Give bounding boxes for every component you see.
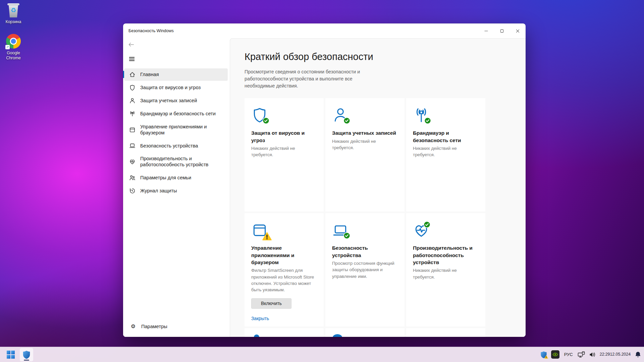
health-icon bbox=[129, 159, 136, 165]
start-button[interactable] bbox=[4, 348, 17, 361]
close-icon bbox=[516, 29, 520, 33]
back-button[interactable] bbox=[128, 42, 134, 48]
sidebar-item-label: Брандмауэр и безопасность сети bbox=[140, 111, 216, 117]
network-icon bbox=[413, 107, 430, 124]
sidebar-item-settings[interactable]: ⚙ Параметры bbox=[125, 320, 226, 333]
back-arrow-icon bbox=[128, 42, 134, 47]
notification-bell-button[interactable] bbox=[635, 351, 641, 358]
shortcut-arrow-icon: ↗ bbox=[5, 45, 10, 49]
clock-widget[interactable]: 22:29 12.05.2024 bbox=[600, 352, 631, 357]
desktop-icon-google-chrome[interactable]: ↗ Google Chrome bbox=[0, 34, 29, 61]
close-button[interactable] bbox=[510, 23, 526, 38]
card-title: Защита от вирусов и угроз bbox=[251, 129, 317, 144]
card-title: Защита учетных записей bbox=[332, 129, 398, 136]
card-status: Никаких действий не требуется. bbox=[332, 138, 398, 151]
history-icon bbox=[129, 188, 136, 194]
check-badge-icon bbox=[424, 117, 431, 124]
sidebar-item-person[interactable]: Защита учетных записей bbox=[124, 95, 228, 107]
sidebar-item-family[interactable]: Параметры для семьи bbox=[124, 172, 228, 184]
minimize-button[interactable] bbox=[478, 23, 494, 38]
windows-security-window: Безопасность Windows Главная Защита от в… bbox=[123, 23, 526, 337]
shield-icon bbox=[251, 107, 268, 124]
partial-card[interactable] bbox=[245, 328, 324, 337]
main-content: Краткий обзор безопасности Просмотрите с… bbox=[230, 38, 526, 337]
card-status: Просмотр состояния функций защиты оборуд… bbox=[332, 260, 398, 280]
sidebar-item-label: Главная bbox=[140, 71, 159, 77]
device-icon bbox=[129, 142, 136, 149]
card-status: Фильтр SmartScreen для приложений из Mic… bbox=[251, 267, 317, 293]
desktop-wallpaper: ♻ Корзина ↗ Google Chrome Безопасность W… bbox=[0, 0, 644, 362]
card-title: Управление приложениями и браузером bbox=[251, 244, 317, 266]
sidebar-item-network[interactable]: Брандмауэр и безопасность сети bbox=[124, 108, 228, 120]
sidebar-item-label: Параметры для семьи bbox=[140, 175, 191, 181]
security-shield-icon bbox=[22, 350, 31, 359]
window-titlebar[interactable]: Безопасность Windows bbox=[123, 23, 526, 38]
check-badge-icon bbox=[262, 117, 270, 124]
sidebar-item-health[interactable]: Производительность и работоспособность у… bbox=[124, 153, 228, 171]
check-badge-icon bbox=[343, 117, 351, 124]
card-status: Никаких действий не требуется. bbox=[251, 145, 317, 158]
taskbar: РУС 22:29 12.05.2024 bbox=[0, 347, 644, 362]
security-card[interactable]: Производительность и работоспособность у… bbox=[406, 213, 485, 326]
tray-windows-security-icon[interactable] bbox=[540, 351, 547, 358]
card-status: Никаких действий не требуется. bbox=[413, 267, 479, 280]
home-icon bbox=[129, 71, 136, 78]
sidebar-item-label: Безопасность устройства bbox=[140, 143, 198, 149]
network-icon bbox=[578, 351, 585, 358]
sidebar-item-history[interactable]: Журнал защиты bbox=[124, 185, 228, 197]
network-icon bbox=[129, 111, 136, 117]
security-card[interactable]: Брандмауэр и безопасность сети Никаких д… bbox=[406, 98, 485, 212]
notification-bell-icon bbox=[635, 351, 641, 358]
sidebar-item-label: Защита от вирусов и угроз bbox=[140, 84, 201, 90]
windows-logo-icon bbox=[7, 351, 15, 359]
dismiss-link[interactable]: Закрыть bbox=[251, 316, 269, 321]
taskbar-windows-security-app[interactable] bbox=[20, 348, 33, 361]
health-icon bbox=[413, 222, 430, 239]
maximize-icon bbox=[500, 29, 504, 33]
minimize-icon bbox=[484, 29, 488, 33]
desktop-icon-label: Google Chrome bbox=[2, 51, 25, 61]
security-cards-grid: Защита от вирусов и угроз Никаких действ… bbox=[245, 98, 526, 337]
page-description: Просмотрите сведения о состоянии безопас… bbox=[245, 68, 378, 89]
sidebar-item-label: Защита учетных записей bbox=[140, 98, 197, 104]
card-title: Производительность и работоспособность у… bbox=[413, 244, 479, 266]
language-indicator[interactable]: РУС bbox=[564, 352, 574, 357]
volume-icon bbox=[589, 351, 596, 358]
sidebar-item-label: Управление приложениями и браузером bbox=[140, 124, 223, 136]
sidebar: Главная Защита от вирусов и угроз Защита… bbox=[123, 38, 230, 337]
nvidia-icon bbox=[552, 351, 558, 358]
sidebar-item-apps[interactable]: Управление приложениями и браузером bbox=[124, 121, 228, 139]
maximize-button[interactable] bbox=[494, 23, 510, 38]
gear-icon: ⚙ bbox=[130, 324, 137, 329]
warning-badge-icon bbox=[262, 232, 272, 241]
sidebar-nav: Главная Защита от вирусов и угроз Защита… bbox=[123, 68, 230, 197]
card-title: Брандмауэр и безопасность сети bbox=[413, 129, 479, 144]
check-badge-icon bbox=[343, 232, 351, 239]
partial-card-icon bbox=[254, 335, 259, 337]
clock-time: 22:29 bbox=[600, 352, 610, 357]
security-card[interactable]: Безопасность устройства Просмотр состоян… bbox=[325, 213, 405, 326]
sidebar-item-shield[interactable]: Защита от вирусов и угроз bbox=[124, 81, 228, 94]
partial-card-icon bbox=[333, 334, 342, 337]
shield-icon bbox=[129, 84, 136, 91]
warning-badge-icon bbox=[544, 355, 548, 359]
partial-card[interactable] bbox=[406, 328, 485, 337]
check-badge-icon bbox=[423, 221, 431, 228]
partial-card[interactable] bbox=[325, 328, 405, 337]
security-card[interactable]: Защита от вирусов и угроз Никаких действ… bbox=[245, 98, 324, 212]
apps-icon bbox=[129, 127, 136, 133]
sidebar-item-home[interactable]: Главная bbox=[124, 68, 228, 81]
hamburger-menu-button[interactable] bbox=[128, 56, 135, 62]
tray-volume-icon[interactable] bbox=[589, 351, 596, 358]
security-card[interactable]: Управление приложениями и браузером Филь… bbox=[245, 213, 324, 326]
desktop-icon-recycle-bin[interactable]: ♻ Корзина bbox=[0, 3, 29, 24]
sidebar-item-label: Журнал защиты bbox=[140, 188, 177, 194]
tray-nvidia-icon[interactable] bbox=[551, 350, 559, 359]
sidebar-item-device[interactable]: Безопасность устройства bbox=[124, 139, 228, 152]
desktop-icon-label: Корзина bbox=[6, 19, 21, 24]
security-card[interactable]: Защита учетных записей Никаких действий … bbox=[325, 98, 405, 212]
chrome-icon: ↗ bbox=[6, 34, 21, 49]
card-title: Безопасность устройства bbox=[332, 244, 398, 259]
enable-button[interactable]: Включить bbox=[251, 298, 291, 309]
tray-network-icon[interactable] bbox=[578, 351, 585, 358]
